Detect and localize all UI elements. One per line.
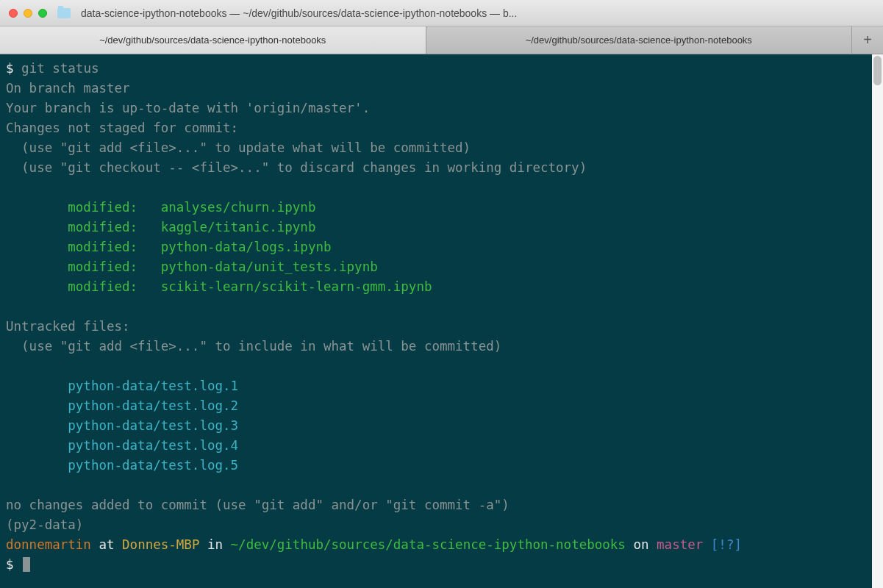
modified-file-line: modified: kaggle/titanic.ipynb [6,218,866,237]
tab-active[interactable]: ~/dev/github/sources/data-science-ipytho… [0,26,426,54]
prompt-symbol: $ [6,61,14,76]
ps1-host: Donnes-MBP [122,537,199,552]
untracked-header: Untracked files: [6,319,130,334]
ps1-status: [!?] [703,537,742,552]
untracked-file-line: python-data/test.log.1 [6,376,866,396]
ps1-on: on [626,537,657,552]
modified-files-list: modified: analyses/churn.ipynb modified:… [6,198,866,297]
terminal-window: data-science-ipython-notebooks — ~/dev/g… [0,0,883,588]
terminal[interactable]: $ git status On branch master Your branc… [0,54,872,588]
close-button[interactable] [9,9,18,18]
not-staged-header: Changes not staged for commit: [6,121,238,135]
maximize-button[interactable] [38,9,47,18]
plus-icon: + [863,32,872,49]
untracked-files-list: python-data/test.log.1 python-data/test.… [6,376,866,476]
tab-label: ~/dev/github/sources/data-science-ipytho… [99,35,326,46]
cursor [23,557,30,572]
command-text: git status [21,61,99,76]
scroll-thumb[interactable] [873,56,882,85]
hint-add: (use "git add <file>..." to update what … [6,140,471,155]
no-changes-line: no changes added to commit (use "git add… [6,498,510,512]
traffic-lights [9,9,47,18]
hint-checkout: (use "git checkout -- <file>..." to disc… [6,160,587,175]
modified-file-line: modified: python-data/logs.ipynb [6,237,866,257]
ps1-at: at [91,537,122,552]
prompt-symbol-2: $ [6,557,14,572]
untracked-file-line: python-data/test.log.4 [6,436,866,456]
untracked-file-line: python-data/test.log.2 [6,396,866,416]
minimize-button[interactable] [24,9,32,18]
new-tab-button[interactable]: + [852,26,883,54]
tabbar: ~/dev/github/sources/data-science-ipytho… [0,26,883,54]
terminal-area: $ git status On branch master Your branc… [0,54,883,588]
modified-file-line: modified: analyses/churn.ipynb [6,198,866,218]
titlebar[interactable]: data-science-ipython-notebooks — ~/dev/g… [0,0,883,26]
ps1-user: donnemartin [6,537,91,552]
uptodate-line: Your branch is up-to-date with 'origin/m… [6,101,370,115]
tab-label: ~/dev/github/sources/data-science-ipytho… [526,35,752,46]
ps1-in: in [199,537,230,552]
modified-file-line: modified: python-data/unit_tests.ipynb [6,257,866,277]
ps1-branch: master [657,537,703,552]
ps1-path: ~/dev/github/sources/data-science-ipytho… [231,537,626,552]
hint-untracked: (use "git add <file>..." to include in w… [6,339,501,354]
branch-line: On branch master [6,81,130,96]
scrollbar[interactable] [872,54,883,588]
window-title: data-science-ipython-notebooks — ~/dev/g… [81,7,874,19]
tab-inactive[interactable]: ~/dev/github/sources/data-science-ipytho… [426,26,853,54]
venv-line: (py2-data) [6,517,83,532]
modified-file-line: modified: scikit-learn/scikit-learn-gmm.… [6,277,866,297]
untracked-file-line: python-data/test.log.3 [6,416,866,436]
folder-icon [57,8,71,18]
untracked-file-line: python-data/test.log.5 [6,456,866,476]
